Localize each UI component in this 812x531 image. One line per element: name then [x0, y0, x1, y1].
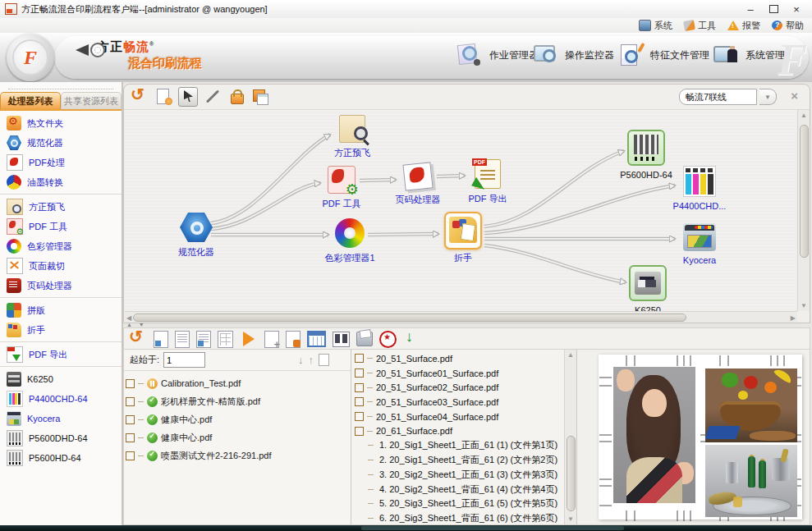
job-row[interactable]: Calibration_Test.pdf	[126, 374, 349, 392]
table-view-icon[interactable]	[307, 331, 326, 347]
start-at-input[interactable]	[163, 352, 205, 368]
workflow-selector-dropdown-icon[interactable]: ▼	[759, 89, 777, 105]
tree-node-icon[interactable]	[355, 368, 364, 378]
scroll-down-icon[interactable]: ▼	[567, 515, 574, 523]
workflow-selector[interactable]: 畅流7联线	[679, 89, 757, 105]
run-icon[interactable]	[240, 330, 258, 348]
job-row[interactable]: 健康中心.pdf	[126, 428, 349, 446]
surface-row[interactable]: 20_51_Surface01_Surface.pdf	[355, 366, 563, 381]
page-row[interactable]: 3. 20_Sig2_Sheet1_正面_61 (3) (文件第3页)	[355, 468, 563, 483]
maximize-button[interactable]	[768, 3, 779, 15]
new-flow-icon[interactable]	[154, 88, 172, 106]
node-preflight[interactable]: 方正预飞	[318, 115, 387, 159]
tab-shared-resource-list[interactable]: 共享资源列表	[61, 92, 122, 109]
save-icon[interactable]	[251, 88, 269, 106]
menu-item[interactable]: 报警	[727, 20, 760, 32]
job-row[interactable]: 喷墨测试文件2-216-291.pdf	[126, 446, 349, 465]
menu-item[interactable]: 工具	[684, 20, 716, 32]
stop-badge-icon[interactable]	[379, 331, 397, 348]
surface-row[interactable]: 20_61_Surface.pdf	[355, 423, 563, 438]
surface-row[interactable]: 20_51_Surface02_Surface.pdf	[355, 380, 563, 395]
job-row[interactable]: 健康中心.pdf	[126, 410, 349, 428]
text-page-icon[interactable]	[175, 331, 190, 348]
sidebar-item[interactable]: 方正预飞	[0, 197, 122, 217]
canvas-hscroll-thumb[interactable]	[133, 314, 686, 322]
node-page-number[interactable]: 页码处理器	[383, 163, 452, 206]
node-color-manager[interactable]: 色彩管理器1	[315, 218, 384, 264]
scroll-down-icon[interactable]: ▼	[801, 302, 807, 309]
sidebar-item[interactable]: Kyocera	[0, 409, 122, 428]
surface-row[interactable]: 20_51_Surface.pdf	[355, 351, 563, 366]
page-row[interactable]: 5. 20_Sig3_Sheet1_正面_61 (5) (文件第5页)	[355, 497, 563, 511]
scroll-right-icon[interactable]: ▶	[791, 314, 796, 322]
canvas-vscroll-thumb[interactable]	[800, 125, 809, 258]
new-page-icon[interactable]	[319, 354, 329, 366]
scroll-up-icon[interactable]: ▲	[801, 112, 807, 119]
sidebar-item[interactable]: P5600HD-64	[0, 448, 122, 468]
sidebar-item[interactable]: K6250	[0, 369, 122, 389]
canvas-vertical-scrollbar[interactable]: ▲ ▼	[797, 110, 810, 311]
sidebar-item[interactable]: P4400CHD-64	[0, 389, 122, 409]
page-row[interactable]: 6. 20_Sig3_Sheet1_背面_61 (6) (文件第6页)	[355, 511, 563, 526]
workflow-close-icon[interactable]: ×	[791, 89, 798, 103]
node-printer-k6250[interactable]: K6250	[613, 265, 682, 311]
sidebar-drag-handle[interactable]	[8, 84, 113, 89]
panel-view-icon[interactable]	[333, 332, 350, 347]
pages-scrollbar[interactable]: ▲ ▼	[564, 350, 576, 524]
sidebar-item[interactable]: PDF 工具	[0, 217, 122, 236]
tree-node-icon[interactable]	[126, 379, 135, 388]
add-file-icon[interactable]	[264, 331, 279, 348]
sidebar-item[interactable]: 页面裁切	[0, 256, 122, 276]
sidebar-item[interactable]: 折手	[0, 320, 122, 340]
surface-row[interactable]: 20_51_Surface04_Surface.pdf	[355, 410, 563, 424]
select-tool-icon[interactable]	[178, 87, 198, 107]
header-button-job-manager[interactable]: 作业管理器	[456, 43, 539, 67]
sidebar-item[interactable]: 油墨转换	[0, 172, 122, 192]
job-row[interactable]: 彩机样册文件-精简版.pdf	[126, 392, 349, 410]
scroll-left-icon[interactable]: ◀	[126, 314, 131, 322]
download-icon[interactable]	[403, 330, 421, 348]
minimize-button[interactable]: –	[745, 3, 756, 15]
sidebar-item[interactable]: 色彩管理器	[0, 236, 122, 256]
page-row[interactable]: 2. 20_Sig1_Sheet1_背面_61 (2) (文件第2页)	[355, 453, 563, 468]
node-printer-p4400chd[interactable]: P4400CHD...	[665, 166, 734, 211]
copy-page-icon[interactable]	[196, 331, 211, 348]
line-tool-icon[interactable]	[204, 88, 222, 106]
move-down-icon[interactable]: ↓	[298, 354, 304, 366]
tree-node-icon[interactable]	[126, 451, 135, 460]
sidebar-item[interactable]: 热文件夹	[0, 113, 122, 133]
tree-node-icon[interactable]	[355, 354, 364, 363]
sidebar-item[interactable]: PDF 导出	[0, 345, 122, 364]
scroll-up-icon[interactable]: ▲	[567, 351, 574, 359]
page-row[interactable]: 1. 20_Sig1_Sheet1_正面_61 (1) (文件第1页)	[355, 438, 563, 453]
panel-splitter[interactable]: ▲ ▼	[122, 322, 812, 327]
node-printer-kyocera[interactable]: Kyocera	[665, 223, 734, 265]
tree-node-icon[interactable]	[126, 433, 135, 442]
node-pdf-export[interactable]: PDF PDF 导出	[453, 159, 522, 205]
page-row[interactable]: 4. 20_Sig2_Sheet1_背面_61 (4) (文件第4页)	[355, 482, 563, 497]
preview-sheet[interactable]	[599, 355, 802, 520]
lock-icon[interactable]	[227, 88, 245, 106]
header-button-profile-manager[interactable]: 特征文件管理	[617, 43, 709, 67]
workflow-canvas[interactable]: 规范化器 方正预飞 PDF 工具 页码处理器 PDF PDF 导出	[125, 110, 797, 311]
tab-processor-list[interactable]: 处理器列表	[0, 92, 61, 109]
menu-item[interactable]: 帮助	[772, 20, 804, 32]
sidebar-item[interactable]: 规范化器	[0, 133, 122, 153]
move-up-icon[interactable]: ↑	[309, 354, 314, 366]
tree-node-icon[interactable]	[355, 427, 364, 436]
first-page-icon[interactable]	[154, 331, 168, 348]
node-pdf-tools[interactable]: PDF 工具	[307, 166, 376, 210]
sheet-grid-icon[interactable]	[218, 331, 233, 348]
node-normalizer[interactable]: 规范化器	[162, 213, 231, 259]
sidebar-item[interactable]: 拼版	[0, 300, 122, 320]
close-button[interactable]: ×	[791, 3, 802, 15]
sidebar-item[interactable]: PDF处理	[0, 153, 122, 172]
tree-node-icon[interactable]	[126, 397, 135, 406]
surface-row[interactable]: 20_51_Surface03_Surface.pdf	[355, 395, 563, 410]
header-button-operation-monitor[interactable]: 操作监控器	[532, 43, 614, 67]
undo-icon[interactable]	[131, 88, 149, 106]
stamp-file-icon[interactable]	[286, 331, 300, 348]
undo-icon[interactable]	[129, 330, 147, 348]
sidebar-item[interactable]: P5600DHD-64	[0, 428, 122, 448]
canvas-horizontal-scrollbar[interactable]: ◀ ▶	[125, 311, 797, 323]
